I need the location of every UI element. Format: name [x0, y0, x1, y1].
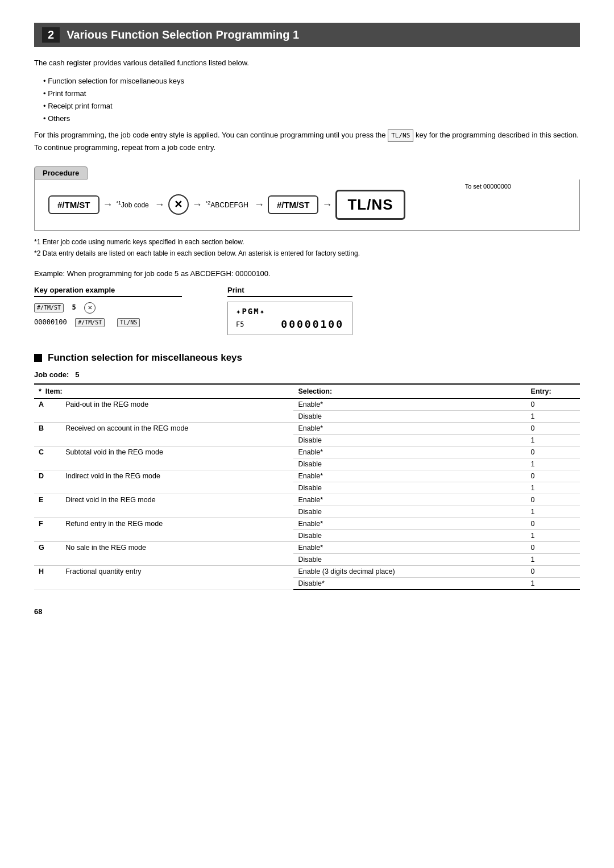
- table-header-row: * Item: Selection: Entry:: [34, 384, 580, 399]
- circle-x-key: ✕: [168, 194, 189, 215]
- print-number: 00000100: [281, 318, 344, 330]
- table-cell-selection: Disable: [293, 530, 526, 542]
- black-square-icon: [34, 354, 42, 362]
- table-cell-entry: 1: [526, 554, 580, 566]
- arrow-2: →: [155, 199, 165, 211]
- intro-note: For this programming, the job code entry…: [34, 130, 580, 153]
- table-cell-entry: 0: [526, 542, 580, 554]
- print-header: Print: [227, 286, 352, 297]
- table-cell-selection: Disable*: [293, 578, 526, 590]
- table-row: APaid-out in the REG modeEnable*0: [34, 399, 580, 411]
- table-cell-desc: Paid-out in the REG mode: [61, 399, 293, 423]
- table-cell-letter: E: [34, 494, 61, 518]
- table-cell-selection: Disable: [293, 411, 526, 423]
- to-set-label: To set 00000000: [465, 183, 511, 190]
- intro-opening: The cash register provides various detai…: [34, 57, 580, 69]
- key-tlns-example: TL/NS: [117, 318, 140, 327]
- footnote-2: *2 Data entry details are listed on each…: [34, 248, 580, 259]
- step-abcdefgh-label: *2ABCDEFGH: [206, 200, 248, 209]
- table-cell-selection: Enable*: [293, 518, 526, 530]
- table-cell-entry: 1: [526, 506, 580, 518]
- table-cell-desc: Received on account in the REG mode: [61, 423, 293, 446]
- table-cell-selection: Enable (3 digits decimal place): [293, 566, 526, 578]
- print-pgm-line: ✦PGM✦: [236, 307, 344, 316]
- key-hmtmst-example: #/TM/ST: [34, 303, 64, 312]
- key-hmtmst-2: #/TM/ST: [268, 195, 319, 214]
- table-cell-desc: Subtotal void in the REG mode: [61, 446, 293, 470]
- intro-bullet-1: Function selection for miscellaneous key…: [43, 75, 580, 87]
- th-selection: Selection:: [293, 384, 526, 399]
- table-cell-entry: 1: [526, 435, 580, 446]
- table-cell-selection: Disable: [293, 482, 526, 494]
- job-code-line: Job code: 5: [34, 370, 580, 379]
- key-op-line-2: 00000100 #/TM/ST TL/NS: [34, 316, 182, 329]
- table-row: HFractional quantity entryEnable (3 digi…: [34, 566, 580, 578]
- table-cell-entry: 0: [526, 423, 580, 435]
- section-header: 2 Various Function Selection Programming…: [34, 23, 580, 47]
- example-text: Example: When programming for job code 5…: [34, 269, 580, 278]
- table-row: BReceived on account in the REG modeEnab…: [34, 423, 580, 435]
- table-row: DIndirect void in the REG modeEnable*0: [34, 470, 580, 482]
- table-cell-selection: Enable*: [293, 423, 526, 435]
- key-hmtmst-example-2: #/TM/ST: [75, 318, 105, 327]
- subsection-title: Function selection for miscellaneous key…: [48, 352, 242, 364]
- table-cell-desc: Fractional quantity entry: [61, 566, 293, 590]
- key-op-header: Key operation example: [34, 286, 182, 297]
- key-op-line-1: #/TM/ST 5 ✕: [34, 302, 182, 314]
- table-row: CSubtotal void in the REG modeEnable*0: [34, 446, 580, 458]
- intro-bullet-3: Receipt print format: [43, 100, 580, 112]
- print-f5: F5: [236, 320, 244, 328]
- page-number: 68: [34, 607, 580, 616]
- footnote-1: *1 Enter job code using numeric keys spe…: [34, 236, 580, 248]
- print-box: ✦PGM✦ F5 00000100: [227, 302, 352, 335]
- table-cell-selection: Disable: [293, 506, 526, 518]
- table-cell-entry: 1: [526, 482, 580, 494]
- table-cell-selection: Disable: [293, 458, 526, 470]
- table-cell-letter: D: [34, 470, 61, 494]
- table-cell-entry: 0: [526, 566, 580, 578]
- footnotes: *1 Enter job code using numeric keys spe…: [34, 236, 580, 260]
- intro-bullets: Function selection for miscellaneous key…: [43, 75, 580, 125]
- key-operation-column: Key operation example #/TM/ST 5 ✕ 000001…: [34, 286, 182, 328]
- table-row: GNo sale in the REG modeEnable*0: [34, 542, 580, 554]
- table-cell-letter: B: [34, 423, 61, 446]
- th-item: * Item:: [34, 384, 293, 399]
- table-cell-entry: 0: [526, 518, 580, 530]
- step-jobcode-label: *1Job code: [117, 200, 149, 209]
- table-cell-selection: Enable*: [293, 446, 526, 458]
- table-cell-selection: Enable*: [293, 399, 526, 411]
- tlns-key-inline: TL/NS: [388, 130, 413, 142]
- print-data-row: F5 00000100: [236, 318, 344, 330]
- table-cell-selection: Disable: [293, 435, 526, 446]
- key-hmtmst-1: #/TM/ST: [48, 195, 99, 214]
- table-cell-desc: Refund entry in the REG mode: [61, 518, 293, 542]
- table-cell-entry: 0: [526, 399, 580, 411]
- table-cell-letter: H: [34, 566, 61, 590]
- example-columns: Key operation example #/TM/ST 5 ✕ 000001…: [34, 286, 580, 335]
- table-cell-desc: No sale in the REG mode: [61, 542, 293, 566]
- procedure-section: Procedure To set 00000000 #/TM/ST → *1Jo…: [34, 166, 580, 231]
- arrow-3: →: [192, 199, 202, 211]
- print-column: Print ✦PGM✦ F5 00000100: [227, 286, 352, 335]
- table-cell-selection: Enable*: [293, 542, 526, 554]
- table-row: EDirect void in the REG modeEnable*0: [34, 494, 580, 506]
- table-cell-letter: C: [34, 446, 61, 470]
- table-cell-entry: 0: [526, 494, 580, 506]
- arrow-1: →: [103, 199, 113, 211]
- table-cell-desc: Indirect void in the REG mode: [61, 470, 293, 494]
- table-cell-selection: Enable*: [293, 494, 526, 506]
- table-cell-selection: Enable*: [293, 470, 526, 482]
- procedure-label: Procedure: [34, 166, 88, 180]
- function-table: * Item: Selection: Entry: APaid-out in t…: [34, 383, 580, 590]
- table-cell-entry: 1: [526, 530, 580, 542]
- intro-bullet-2: Print format: [43, 87, 580, 100]
- table-cell-letter: G: [34, 542, 61, 566]
- section-title: Various Function Selection Programming 1: [67, 28, 299, 41]
- table-cell-selection: Disable: [293, 554, 526, 566]
- table-cell-letter: F: [34, 518, 61, 542]
- subsection-header: Function selection for miscellaneous key…: [34, 352, 580, 364]
- table-cell-letter: A: [34, 399, 61, 423]
- arrow-5: →: [322, 199, 332, 211]
- table-cell-desc: Direct void in the REG mode: [61, 494, 293, 518]
- table-cell-entry: 1: [526, 458, 580, 470]
